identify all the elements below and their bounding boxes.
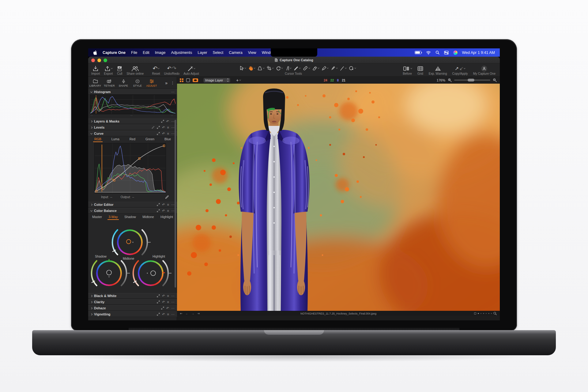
panel-menu-icon[interactable]: ··· [171,203,175,206]
tab-library[interactable]: LIBRARY [88,78,102,87]
menu-item-view[interactable]: View [248,51,256,55]
menu-item-app[interactable]: Capture One [103,51,126,55]
presets-icon[interactable]: ≡ [167,132,169,135]
more-tabs-icon[interactable]: » [165,81,168,85]
panel-color-balance-header[interactable]: Color Balance ↶ ≡ ··· [88,208,177,213]
tab-tether[interactable]: TETHER [102,78,116,87]
panel-menu-icon[interactable]: ··· [171,132,175,135]
panel-clarity-header[interactable]: Clarity ↶ ≡ ··· [88,299,177,305]
menu-clock[interactable]: Wed Apr 1 9:41 AM [462,51,495,55]
import-button[interactable]: Import [91,64,100,75]
presets-icon[interactable]: ≡ [167,203,169,206]
select-tool[interactable] [239,66,246,71]
share-online-button[interactable]: Share online [126,64,144,75]
rotate-tool[interactable] [276,66,283,71]
curve-tab-blue[interactable]: Blue [164,137,171,142]
spotlight-icon[interactable] [435,51,439,55]
picker-icon[interactable] [152,126,155,129]
add-layer-button[interactable]: + [236,78,241,83]
wifi-icon[interactable] [426,51,431,55]
cb-tab-master[interactable]: Master [92,215,102,220]
reset-panel-icon[interactable]: ↶ [166,307,169,310]
undo-redo-button[interactable]: ↶↷ Undo/Redo [164,64,180,75]
curve-tab-green[interactable]: Green [145,137,154,142]
clone-tool[interactable] [330,66,337,71]
expand-panel-icon[interactable] [161,307,164,310]
grid-button[interactable]: Grid [417,64,424,75]
zoom-in-icon[interactable] [493,78,497,82]
expand-panel-icon[interactable] [157,313,160,316]
cb-tab-midtone[interactable]: Midtone [142,215,154,220]
menu-item-adjustments[interactable]: Adjustments [171,51,192,55]
panel-curve-header[interactable]: Curve ↶ ≡ ··· [88,131,177,136]
reset-panel-icon[interactable]: ↶ [162,132,165,135]
sidebar-scrollbar[interactable] [175,120,176,288]
apple-menu-icon[interactable] [93,50,97,55]
my-capture-one-button[interactable]: My Capture One [473,64,496,75]
draw-mask-tool[interactable] [293,66,300,71]
proof-view-icon[interactable] [193,78,198,82]
before-button[interactable]: Before [403,64,412,75]
panel-histogram-header[interactable]: Histogram ··· [88,89,177,95]
curve-picker-icon[interactable] [165,195,169,199]
curve-graph[interactable] [94,143,166,193]
single-view-icon[interactable] [186,78,190,82]
reset-panel-icon[interactable]: ↶ [162,300,165,304]
menu-item-layer[interactable]: Layer [198,51,207,55]
close-button[interactable] [91,58,95,62]
expand-panel-icon[interactable] [157,209,160,212]
cb-tab-shadow[interactable]: Shadow [124,215,136,220]
pen-tool[interactable] [321,66,328,71]
cull-button[interactable]: Cull [117,64,123,75]
panel-color-editor-header[interactable]: Color Editor ↶ ≡ ··· [88,202,177,207]
panel-levels-header[interactable]: Levels ↶ ≡ ··· [88,125,177,130]
menu-item-edit[interactable]: Edit [143,51,149,55]
reset-button[interactable]: ↶ Reset [152,64,160,75]
presets-icon[interactable]: ≡ [167,209,169,213]
panel-menu-icon[interactable]: ··· [171,307,175,310]
tab-adjust[interactable]: ADJUST [145,78,159,87]
minimize-button[interactable] [97,58,101,62]
control-center-icon[interactable] [444,51,449,55]
panel-black-white-header[interactable]: Black & White ↶ ≡ ··· [88,293,177,299]
curve-tab-luma[interactable]: Luma [111,137,119,142]
presets-icon[interactable]: ≡ [167,126,169,129]
expand-panel-icon[interactable] [157,126,160,129]
pan-tool[interactable] [248,66,255,71]
tab-style[interactable]: STYLE [130,78,145,87]
panel-menu-icon[interactable]: ··· [171,90,175,94]
reset-panel-icon[interactable]: ↶ [162,126,165,129]
panel-vignetting-header[interactable]: Vignetting ↶ ≡ ··· [88,311,177,317]
expand-panel-icon[interactable] [157,294,160,297]
reset-panel-icon[interactable]: ↶ [162,203,165,206]
tab-shape[interactable]: SHAPE [116,78,130,87]
cb-tab-3way[interactable]: 3-Way [109,215,118,220]
straighten-tool[interactable] [285,66,291,71]
zoom-slider[interactable] [454,80,490,81]
presets-icon[interactable]: ≡ [167,300,169,304]
reset-panel-icon[interactable]: ↶ [162,294,165,298]
curve-tab-red[interactable]: Red [130,137,135,142]
photo-canvas[interactable] [177,84,500,311]
presets-icon[interactable]: ≡ [167,294,169,298]
reset-panel-icon[interactable]: ↶ [166,120,169,123]
siri-icon[interactable] [453,51,458,55]
panel-menu-icon[interactable]: ··· [171,313,175,316]
loupe-tool[interactable] [257,66,264,71]
zoom-out-icon[interactable] [448,78,452,82]
presets-icon[interactable]: ≡ [167,313,169,316]
heal-tool[interactable] [303,66,310,71]
panel-menu-icon[interactable]: ··· [171,300,175,304]
menu-item-select[interactable]: Select [213,51,224,55]
layer-select[interactable]: Image Layer [203,78,230,83]
crop-tool[interactable] [266,66,273,71]
curve-tab-rgb[interactable]: RGB [94,137,101,142]
zoom-slider-thumb[interactable] [468,79,474,81]
reset-panel-icon[interactable]: ↶ [162,209,165,213]
cb-tab-highlight[interactable]: Highlight [160,215,173,220]
panel-menu-icon[interactable]: ··· [171,294,175,298]
menu-item-camera[interactable]: Camera [229,51,242,55]
zoom-level[interactable]: 176% [437,78,445,82]
thumbnails-icon[interactable] [180,78,183,82]
spot-tool[interactable] [349,66,356,71]
